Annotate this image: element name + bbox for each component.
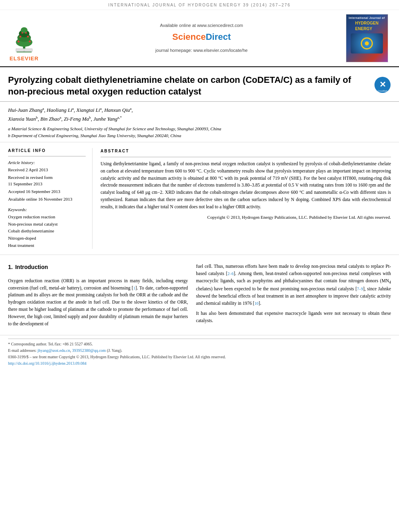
divider-2 xyxy=(101,157,391,157)
journal-cover-image: International Journal of HYDROGENENERGY xyxy=(346,14,388,62)
abstract-text: Using diethylenetriamine ligand, a famil… xyxy=(101,160,391,211)
intro-paragraph-1: Oxygen reduction reaction (ORR) is an im… xyxy=(8,277,188,328)
corresponding-label: * Corresponding author. Tel./fax: +86 21… xyxy=(8,342,93,346)
cover-circle-icon xyxy=(361,37,373,49)
elsevier-tree-icon xyxy=(8,25,40,53)
svg-point-6 xyxy=(18,41,20,43)
affil-sup-8: a,* xyxy=(117,115,122,119)
keywords-section: Keywords: Oxygen reduction reaction Non-… xyxy=(8,207,86,249)
email-link-2[interactable]: 393952380@qq.com xyxy=(72,348,106,353)
doi-link[interactable]: http://dx.doi.org/10.1016/j.ijhydene.201… xyxy=(8,361,86,366)
elsevier-wordmark: ELSEVIER xyxy=(10,55,39,62)
keyword-5: Heat treatment xyxy=(8,242,86,249)
keyword-4: Nitrogen-doped xyxy=(8,235,86,242)
email-line: E-mail addresses: jhyang@usst.edu.cn, 39… xyxy=(8,347,391,354)
email-link-1[interactable]: jhyang@usst.edu.cn xyxy=(37,348,70,353)
affil-sup-4: a xyxy=(130,107,132,111)
ref-7-9-link[interactable]: 7–9 xyxy=(357,287,363,291)
author-7: Zi-Feng Ma xyxy=(64,116,89,122)
introduction-section: 1. Introduction Oxygen reduction reactio… xyxy=(0,255,399,331)
section-number: 1. xyxy=(8,263,13,272)
affil-sup-2: a xyxy=(72,107,74,111)
introduction-left-column: 1. Introduction Oxygen reduction reactio… xyxy=(8,263,188,331)
sd-science: Science xyxy=(172,32,206,42)
affiliations: a Material Science & Engineering School,… xyxy=(8,125,391,139)
author-5: Xianxia Yuan xyxy=(8,116,36,122)
section-heading: 1. Introduction xyxy=(8,263,188,275)
footer-divider xyxy=(8,339,391,339)
intro-paragraph-3: It has also been demonstrated that expen… xyxy=(196,310,391,325)
affil-b: b Department of Chemical Engineering, Sh… xyxy=(8,132,391,139)
author-8: Junhe Yang xyxy=(93,116,117,122)
intro-paragraph-2: fuel cell. Thus, numerous efforts have b… xyxy=(196,263,391,307)
available-online-date: Available online 16 November 2013 xyxy=(8,196,86,202)
affil-sup-1: a xyxy=(43,107,44,111)
elsevier-logo-container: ELSEVIER xyxy=(8,14,60,62)
author-1: Hui-Juan Zhang xyxy=(8,107,43,113)
svg-point-11 xyxy=(25,32,27,34)
article-info-header: ARTICLE INFO xyxy=(8,148,86,154)
cover-graphic xyxy=(351,33,383,53)
affil-sup-7: b xyxy=(89,115,91,119)
keyword-2: Non-precious metal catalyst xyxy=(8,221,86,228)
email-author-name: (J. Yang). xyxy=(107,348,122,353)
svg-point-8 xyxy=(19,35,21,37)
crossmark-badge[interactable]: ✕ CrossMark xyxy=(374,76,391,95)
ref-10-link[interactable]: 10 xyxy=(255,301,259,306)
email-label: E-mail addresses: xyxy=(8,348,37,353)
abstract-header: ABSTRACT xyxy=(101,148,391,154)
author-4: Hanxun Qiu xyxy=(104,107,130,113)
revised-date: Received in revised form11 September 201… xyxy=(8,175,86,187)
sd-direct: Direct xyxy=(206,32,230,42)
abstract-column: ABSTRACT Using diethylenetriamine ligand… xyxy=(101,148,391,249)
accepted-date: Accepted 16 September 2013 xyxy=(8,189,86,195)
journal-citation: INTERNATIONAL JOURNAL OF HYDROGEN ENERGY… xyxy=(108,3,290,7)
corresponding-author-line: * Corresponding author. Tel./fax: +86 21… xyxy=(8,341,391,347)
divider-1 xyxy=(8,156,86,156)
authors-list: Hui-Juan Zhanga, Haoliang Lia, Xiangtai … xyxy=(8,106,391,123)
author-6: Bin Zhao xyxy=(40,116,60,122)
journal-header: ELSEVIER Available online at www.science… xyxy=(0,10,399,67)
received-date: Received 2 April 2013 xyxy=(8,167,86,173)
doi-line: http://dx.doi.org/10.1016/j.ijhydene.201… xyxy=(8,360,391,367)
journal-cover-container: International Journal of HYDROGENENERGY xyxy=(343,14,391,62)
article-info-abstract-section: ARTICLE INFO Article history: Received 2… xyxy=(0,142,399,255)
article-main-title: Pyrolyzing cobalt diethylenetriamine che… xyxy=(8,74,391,97)
article-title-section: ✕ CrossMark Pyrolyzing cobalt diethylene… xyxy=(0,67,399,102)
introduction-right-column: fuel cell. Thus, numerous efforts have b… xyxy=(196,263,391,331)
issn-line: 0360-3199/$ – see front matter Copyright… xyxy=(8,354,391,360)
ref-1-link[interactable]: 1 xyxy=(133,286,135,290)
svg-text:✕: ✕ xyxy=(379,80,386,89)
svg-point-9 xyxy=(27,35,29,37)
author-3: Xiangtai Li xyxy=(76,107,100,113)
journal-homepage-link[interactable]: journal homepage: www.elsevier.com/locat… xyxy=(155,47,247,53)
section-title: Introduction xyxy=(15,263,48,272)
svg-point-10 xyxy=(21,32,23,34)
ref-2-6-link[interactable]: 2–6 xyxy=(228,271,234,276)
footer-section: * Corresponding author. Tel./fax: +86 21… xyxy=(0,335,399,368)
journal-header-bar: INTERNATIONAL JOURNAL OF HYDROGEN ENERGY… xyxy=(0,0,399,10)
author-2: Haoliang Li xyxy=(47,107,72,113)
svg-point-7 xyxy=(29,41,31,43)
affil-sup-3: a xyxy=(100,107,102,111)
authors-section: Hui-Juan Zhanga, Haoliang Lia, Xiangtai … xyxy=(0,102,399,142)
sciencedirect-branding: Available online at www.sciencedirect.co… xyxy=(64,14,339,62)
cover-title-text: International Journal of xyxy=(349,16,385,20)
history-label: Article history: xyxy=(8,160,86,166)
elsevier-logo: ELSEVIER xyxy=(8,25,40,62)
abstract-copyright: Copyright © 2013, Hydrogen Energy Public… xyxy=(101,214,391,221)
keyword-3: Cobalt diethylenetriamine xyxy=(8,228,86,235)
affil-a: a Material Science & Engineering School,… xyxy=(8,125,391,132)
svg-text:CrossMark: CrossMark xyxy=(378,90,388,92)
cover-dot xyxy=(365,41,369,45)
cover-hydrogen-text: HYDROGENENERGY xyxy=(355,21,378,32)
article-info-column: ARTICLE INFO Article history: Received 2… xyxy=(8,148,93,249)
available-online-text: Available online at www.sciencedirect.co… xyxy=(160,23,243,29)
keywords-label: Keywords: xyxy=(8,207,86,213)
homepage-label: journal homepage: www.elsevier.com/locat… xyxy=(155,48,247,53)
sciencedirect-logo: ScienceDirect xyxy=(172,31,231,43)
crossmark-icon: ✕ CrossMark xyxy=(374,76,391,93)
affil-sup-6: a xyxy=(60,115,61,119)
affil-sup-5: b xyxy=(36,115,38,119)
keyword-1: Oxygen reduction reaction xyxy=(8,214,86,221)
